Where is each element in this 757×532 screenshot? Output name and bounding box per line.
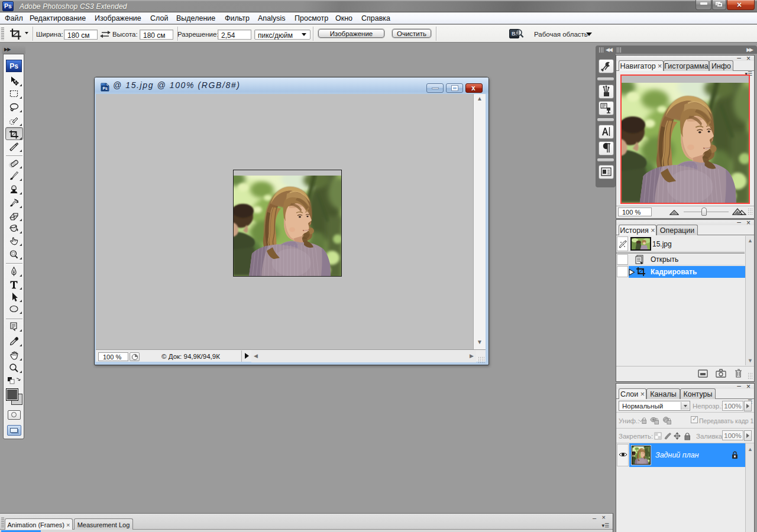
svg-text:Ps: Ps bbox=[103, 86, 108, 90]
